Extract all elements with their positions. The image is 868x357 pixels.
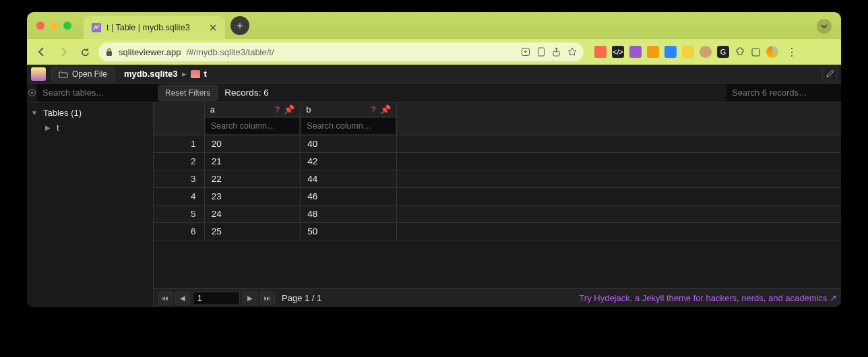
- edit-button[interactable]: [822, 67, 837, 82]
- tables-header-label: Tables (1): [43, 108, 82, 118]
- last-page-button[interactable]: ⏭: [260, 292, 275, 305]
- row-number-header: [154, 102, 204, 135]
- type-unknown-icon[interactable]: ?: [371, 104, 376, 115]
- reader-icon[interactable]: [537, 47, 545, 57]
- column-search-input[interactable]: [206, 118, 300, 134]
- cell-a[interactable]: 22: [204, 170, 301, 188]
- pin-icon[interactable]: 📌: [380, 104, 391, 115]
- extension-icon[interactable]: [664, 46, 677, 58]
- table-row[interactable]: 12040: [154, 135, 841, 153]
- cell-a[interactable]: 20: [204, 135, 301, 153]
- column-header-a[interactable]: a ? 📌: [204, 102, 301, 135]
- type-unknown-icon[interactable]: ?: [274, 104, 280, 115]
- window-controls: [36, 22, 71, 30]
- cell-b[interactable]: 42: [301, 153, 397, 170]
- extension-icon[interactable]: [682, 46, 694, 58]
- fullscreen-window-button[interactable]: [63, 22, 71, 30]
- main-panel: Reset Filters Records: 6: [154, 84, 841, 307]
- data-grid[interactable]: a ? 📌: [154, 102, 841, 288]
- cell-rest: [397, 135, 841, 153]
- sqlite-viewer-app: Open File mydb.sqlite3 ▸ t: [27, 65, 841, 307]
- breadcrumb-db[interactable]: mydb.sqlite3: [124, 69, 177, 79]
- url-path: /#/mydb.sqlite3/table/t/: [187, 47, 274, 57]
- folder-icon: [59, 70, 68, 78]
- reading-list-icon[interactable]: [751, 47, 761, 57]
- cell-b[interactable]: 50: [301, 223, 397, 240]
- cell-b[interactable]: 44: [301, 170, 397, 188]
- sidebar-settings-icon[interactable]: [27, 88, 37, 98]
- extension-icon[interactable]: [700, 46, 712, 58]
- share-icon[interactable]: [552, 47, 561, 57]
- chevron-down-icon: ▼: [30, 109, 39, 117]
- column-name: a: [210, 104, 215, 115]
- back-button[interactable]: [34, 44, 50, 60]
- open-file-button[interactable]: Open File: [51, 67, 115, 82]
- extension-icon[interactable]: [629, 46, 642, 58]
- page-label: Page 1 / 1: [282, 293, 321, 303]
- cell-rest: [397, 188, 841, 205]
- browser-window: t | Table | mydb.sqlite3 ＋ sqliteviewer.…: [27, 12, 841, 307]
- next-page-button[interactable]: ▶: [243, 292, 257, 305]
- reset-filters-button[interactable]: Reset Filters: [158, 85, 218, 101]
- table-tree-item[interactable]: ▶ t: [30, 120, 150, 135]
- cell-rest: [397, 153, 841, 170]
- browser-tab-active[interactable]: t | Table | mydb.sqlite3: [84, 16, 225, 39]
- pin-icon[interactable]: 📌: [284, 104, 294, 115]
- table-row[interactable]: 22142: [154, 153, 841, 170]
- open-file-label: Open File: [72, 69, 107, 79]
- extension-icon[interactable]: </>: [612, 46, 624, 58]
- address-bar[interactable]: sqliteviewer.app/#/mydb.sqlite3/table/t/: [98, 42, 584, 61]
- table-row[interactable]: 32244: [154, 170, 841, 188]
- row-number-cell: 5: [154, 205, 204, 223]
- extension-icon[interactable]: [647, 46, 659, 58]
- records-search-input[interactable]: [726, 84, 841, 102]
- cell-a[interactable]: 25: [204, 223, 301, 240]
- extensions-menu-icon[interactable]: [735, 46, 745, 57]
- install-app-icon[interactable]: [521, 47, 530, 57]
- promo-link[interactable]: Try Hydejack, a Jekyll theme for hackers…: [579, 293, 837, 303]
- column-header-b[interactable]: b ? 📌: [301, 102, 397, 135]
- tabs-overflow-button[interactable]: [817, 19, 832, 34]
- table-tree-item-label: t: [57, 123, 59, 133]
- svg-rect-3: [538, 48, 545, 56]
- svg-point-7: [31, 92, 33, 94]
- cell-b[interactable]: 46: [301, 188, 397, 205]
- cell-rest: [397, 205, 841, 223]
- breadcrumb-table[interactable]: t: [204, 69, 207, 79]
- close-tab-button[interactable]: [208, 22, 218, 33]
- tables-header[interactable]: ▼ Tables (1): [30, 105, 150, 120]
- table-row[interactable]: 42346: [154, 188, 841, 205]
- filter-bar: Reset Filters Records: 6: [154, 84, 841, 102]
- sidebar-search-input[interactable]: [37, 84, 161, 102]
- tab-strip: t | Table | mydb.sqlite3 ＋: [27, 12, 841, 39]
- column-search-input[interactable]: [301, 118, 396, 134]
- cell-a[interactable]: 23: [204, 188, 301, 205]
- svg-rect-1: [106, 51, 112, 56]
- minimize-window-button[interactable]: [50, 22, 58, 30]
- cell-a[interactable]: 24: [204, 205, 301, 223]
- cell-b[interactable]: 48: [301, 205, 397, 223]
- svg-rect-5: [752, 48, 760, 56]
- row-number-cell: 2: [154, 153, 204, 170]
- new-tab-button[interactable]: ＋: [230, 16, 249, 35]
- tab-title: t | Table | mydb.sqlite3: [106, 23, 190, 32]
- close-window-button[interactable]: [36, 22, 44, 30]
- prev-page-button[interactable]: ◀: [175, 292, 190, 305]
- browser-toolbar: sqliteviewer.app/#/mydb.sqlite3/table/t/…: [27, 39, 841, 65]
- cell-a[interactable]: 21: [204, 153, 301, 170]
- extension-icon[interactable]: [594, 46, 607, 58]
- column-header-rest: [397, 102, 841, 135]
- reload-button[interactable]: [77, 44, 93, 60]
- table-row[interactable]: 52448: [154, 205, 841, 223]
- page-number-input[interactable]: [193, 292, 240, 305]
- forward-button[interactable]: [55, 44, 71, 60]
- row-number-cell: 1: [154, 135, 204, 153]
- bookmark-icon[interactable]: [567, 47, 577, 57]
- table-row[interactable]: 62550: [154, 223, 841, 240]
- profile-avatar[interactable]: [766, 46, 778, 58]
- breadcrumb: mydb.sqlite3 ▸ t: [124, 69, 207, 79]
- cell-b[interactable]: 40: [301, 135, 397, 153]
- browser-menu-icon[interactable]: ⋮: [784, 46, 800, 59]
- first-page-button[interactable]: ⏮: [158, 292, 173, 305]
- extension-icon[interactable]: G: [717, 46, 729, 58]
